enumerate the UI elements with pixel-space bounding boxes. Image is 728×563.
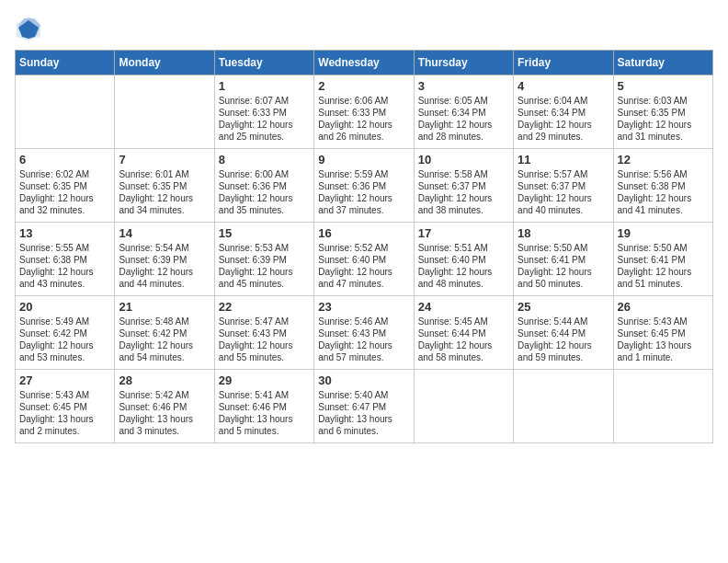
day-number: 26	[618, 300, 709, 314]
day-number: 16	[318, 226, 409, 240]
day-number: 11	[518, 153, 609, 167]
day-number: 27	[19, 373, 110, 387]
calendar-cell	[414, 370, 513, 443]
day-info: Sunrise: 6:01 AM Sunset: 6:35 PM Dayligh…	[119, 168, 210, 216]
day-info: Sunrise: 5:43 AM Sunset: 6:45 PM Dayligh…	[618, 316, 709, 363]
calendar-cell: 29Sunrise: 5:41 AM Sunset: 6:46 PM Dayli…	[214, 370, 313, 443]
day-info: Sunrise: 5:55 AM Sunset: 6:38 PM Dayligh…	[19, 242, 110, 290]
calendar-cell: 5Sunrise: 6:03 AM Sunset: 6:35 PM Daylig…	[613, 75, 712, 149]
calendar-cell: 3Sunrise: 6:05 AM Sunset: 6:34 PM Daylig…	[414, 75, 513, 149]
weekday-header-saturday: Saturday	[613, 51, 712, 75]
calendar-cell: 28Sunrise: 5:42 AM Sunset: 6:46 PM Dayli…	[115, 370, 214, 443]
day-info: Sunrise: 5:42 AM Sunset: 6:46 PM Dayligh…	[119, 389, 210, 437]
weekday-header-wednesday: Wednesday	[314, 51, 414, 75]
calendar-cell: 2Sunrise: 6:06 AM Sunset: 6:33 PM Daylig…	[314, 75, 414, 149]
calendar-cell: 14Sunrise: 5:54 AM Sunset: 6:39 PM Dayli…	[115, 223, 214, 296]
day-info: Sunrise: 5:59 AM Sunset: 6:36 PM Dayligh…	[318, 168, 409, 216]
day-number: 4	[518, 79, 609, 93]
calendar-cell	[115, 75, 214, 149]
day-number: 12	[618, 153, 709, 167]
calendar-cell	[16, 75, 115, 149]
day-number: 3	[418, 79, 509, 93]
day-number: 7	[119, 153, 210, 167]
weekday-header-sunday: Sunday	[16, 51, 115, 75]
day-info: Sunrise: 5:52 AM Sunset: 6:40 PM Dayligh…	[318, 242, 409, 290]
day-info: Sunrise: 5:51 AM Sunset: 6:40 PM Dayligh…	[418, 242, 509, 290]
day-info: Sunrise: 6:05 AM Sunset: 6:34 PM Dayligh…	[418, 95, 509, 143]
calendar-cell: 7Sunrise: 6:01 AM Sunset: 6:35 PM Daylig…	[115, 149, 214, 223]
weekday-header-tuesday: Tuesday	[214, 51, 313, 75]
day-info: Sunrise: 6:04 AM Sunset: 6:34 PM Dayligh…	[518, 95, 609, 143]
calendar-cell	[514, 370, 613, 443]
day-number: 14	[119, 226, 210, 240]
day-number: 30	[318, 373, 409, 387]
day-number: 9	[318, 153, 409, 167]
calendar-cell: 9Sunrise: 5:59 AM Sunset: 6:36 PM Daylig…	[314, 149, 414, 223]
day-info: Sunrise: 5:48 AM Sunset: 6:42 PM Dayligh…	[119, 316, 210, 363]
calendar-cell: 30Sunrise: 5:40 AM Sunset: 6:47 PM Dayli…	[314, 370, 414, 443]
calendar-cell: 10Sunrise: 5:58 AM Sunset: 6:37 PM Dayli…	[414, 149, 513, 223]
calendar-cell: 11Sunrise: 5:57 AM Sunset: 6:37 PM Dayli…	[514, 149, 613, 223]
day-number: 8	[219, 153, 310, 167]
day-number: 19	[618, 226, 709, 240]
day-number: 20	[19, 300, 110, 314]
calendar-cell: 4Sunrise: 6:04 AM Sunset: 6:34 PM Daylig…	[514, 75, 613, 149]
calendar-cell: 24Sunrise: 5:45 AM Sunset: 6:44 PM Dayli…	[414, 296, 513, 370]
weekday-header-monday: Monday	[115, 51, 214, 75]
day-info: Sunrise: 5:53 AM Sunset: 6:39 PM Dayligh…	[219, 242, 310, 290]
day-info: Sunrise: 5:50 AM Sunset: 6:41 PM Dayligh…	[518, 242, 609, 290]
day-number: 6	[19, 153, 110, 167]
calendar-cell: 1Sunrise: 6:07 AM Sunset: 6:33 PM Daylig…	[214, 75, 313, 149]
day-number: 25	[518, 300, 609, 314]
calendar-cell: 26Sunrise: 5:43 AM Sunset: 6:45 PM Dayli…	[613, 296, 712, 370]
day-info: Sunrise: 5:57 AM Sunset: 6:37 PM Dayligh…	[518, 168, 609, 216]
day-info: Sunrise: 5:44 AM Sunset: 6:44 PM Dayligh…	[518, 316, 609, 363]
calendar-cell: 16Sunrise: 5:52 AM Sunset: 6:40 PM Dayli…	[314, 223, 414, 296]
calendar-cell: 6Sunrise: 6:02 AM Sunset: 6:35 PM Daylig…	[16, 149, 115, 223]
day-number: 23	[318, 300, 409, 314]
day-info: Sunrise: 6:00 AM Sunset: 6:36 PM Dayligh…	[219, 168, 310, 216]
calendar-cell: 13Sunrise: 5:55 AM Sunset: 6:38 PM Dayli…	[16, 223, 115, 296]
day-number: 22	[219, 300, 310, 314]
calendar-cell: 25Sunrise: 5:44 AM Sunset: 6:44 PM Dayli…	[514, 296, 613, 370]
day-number: 18	[518, 226, 609, 240]
day-number: 28	[119, 373, 210, 387]
day-number: 15	[219, 226, 310, 240]
calendar-cell: 19Sunrise: 5:50 AM Sunset: 6:41 PM Dayli…	[613, 223, 712, 296]
day-info: Sunrise: 5:43 AM Sunset: 6:45 PM Dayligh…	[19, 389, 110, 437]
calendar-week-5: 27Sunrise: 5:43 AM Sunset: 6:45 PM Dayli…	[16, 370, 713, 443]
day-info: Sunrise: 5:40 AM Sunset: 6:47 PM Dayligh…	[318, 389, 409, 437]
day-number: 29	[219, 373, 310, 387]
calendar-cell: 20Sunrise: 5:49 AM Sunset: 6:42 PM Dayli…	[16, 296, 115, 370]
calendar-cell: 17Sunrise: 5:51 AM Sunset: 6:40 PM Dayli…	[414, 223, 513, 296]
weekday-header-friday: Friday	[514, 51, 613, 75]
day-info: Sunrise: 5:45 AM Sunset: 6:44 PM Dayligh…	[418, 316, 509, 363]
calendar-week-3: 13Sunrise: 5:55 AM Sunset: 6:38 PM Dayli…	[16, 223, 713, 296]
calendar-cell: 22Sunrise: 5:47 AM Sunset: 6:43 PM Dayli…	[214, 296, 313, 370]
day-info: Sunrise: 6:03 AM Sunset: 6:35 PM Dayligh…	[618, 95, 709, 143]
day-number: 1	[219, 79, 310, 93]
day-info: Sunrise: 5:41 AM Sunset: 6:46 PM Dayligh…	[219, 389, 310, 437]
day-number: 2	[318, 79, 409, 93]
calendar-table: SundayMondayTuesdayWednesdayThursdayFrid…	[15, 50, 713, 443]
logo-icon	[15, 15, 42, 42]
day-info: Sunrise: 5:47 AM Sunset: 6:43 PM Dayligh…	[219, 316, 310, 363]
calendar-cell: 8Sunrise: 6:00 AM Sunset: 6:36 PM Daylig…	[214, 149, 313, 223]
day-number: 24	[418, 300, 509, 314]
page-header	[15, 15, 713, 42]
day-info: Sunrise: 5:56 AM Sunset: 6:38 PM Dayligh…	[618, 168, 709, 216]
calendar-cell: 23Sunrise: 5:46 AM Sunset: 6:43 PM Dayli…	[314, 296, 414, 370]
day-info: Sunrise: 6:07 AM Sunset: 6:33 PM Dayligh…	[219, 95, 310, 143]
calendar-cell: 18Sunrise: 5:50 AM Sunset: 6:41 PM Dayli…	[514, 223, 613, 296]
calendar-cell: 12Sunrise: 5:56 AM Sunset: 6:38 PM Dayli…	[613, 149, 712, 223]
calendar-week-2: 6Sunrise: 6:02 AM Sunset: 6:35 PM Daylig…	[16, 149, 713, 223]
day-info: Sunrise: 6:02 AM Sunset: 6:35 PM Dayligh…	[19, 168, 110, 216]
calendar-week-1: 1Sunrise: 6:07 AM Sunset: 6:33 PM Daylig…	[16, 75, 713, 149]
day-number: 10	[418, 153, 509, 167]
calendar-cell: 27Sunrise: 5:43 AM Sunset: 6:45 PM Dayli…	[16, 370, 115, 443]
calendar-header-row: SundayMondayTuesdayWednesdayThursdayFrid…	[16, 51, 713, 75]
calendar-cell: 15Sunrise: 5:53 AM Sunset: 6:39 PM Dayli…	[214, 223, 313, 296]
day-info: Sunrise: 5:49 AM Sunset: 6:42 PM Dayligh…	[19, 316, 110, 363]
day-info: Sunrise: 5:50 AM Sunset: 6:41 PM Dayligh…	[618, 242, 709, 290]
day-number: 21	[119, 300, 210, 314]
